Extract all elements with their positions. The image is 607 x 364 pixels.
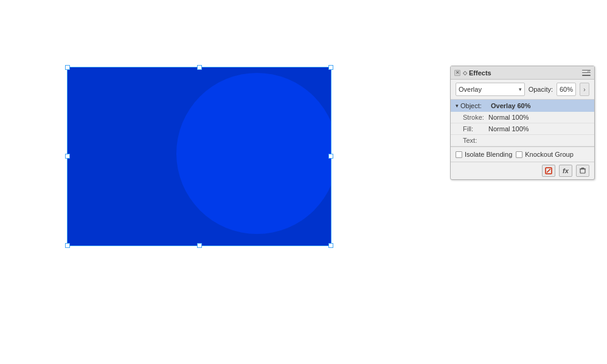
stroke-label: Stroke: [463, 114, 488, 121]
effects-icon: ◇ [463, 70, 467, 76]
text-label: Text: [463, 137, 488, 144]
fill-value: Normal 100% [488, 125, 529, 132]
fx-label: fx [563, 167, 569, 174]
checkboxes-row: Isolate Blending Knockout Group [451, 147, 594, 162]
fill-label: Fill: [463, 125, 488, 132]
panel-titlebar-left: ✕ ◇ Effects [454, 69, 491, 77]
panel-titlebar: ✕ ◇ Effects [451, 66, 594, 80]
knockout-group-checkbox-item[interactable]: Knockout Group [516, 151, 574, 158]
isolate-blending-checkbox[interactable] [456, 151, 462, 158]
isolate-blending-label: Isolate Blending [465, 151, 512, 158]
canvas-content [36, 55, 341, 310]
opacity-arrow-button[interactable]: › [580, 83, 589, 96]
object-label: Object: [460, 102, 491, 109]
trash-icon [579, 167, 586, 174]
isolate-blending-checkbox-item[interactable]: Isolate Blending [456, 151, 512, 158]
edit-effect-button[interactable] [542, 165, 555, 177]
blend-mode-arrow-icon: ▾ [519, 86, 522, 92]
opacity-value[interactable]: 60% [557, 83, 576, 96]
blend-opacity-row: Overlay ▾ Opacity: 60% › [451, 80, 594, 100]
blend-mode-select[interactable]: Overlay ▾ [456, 83, 525, 96]
object-row[interactable]: ▾ Object: Overlay 60% [451, 100, 594, 112]
circle-overlay[interactable] [176, 73, 338, 234]
edit-icon [545, 167, 552, 174]
knockout-group-label: Knockout Group [525, 151, 574, 158]
stroke-row: Stroke: Normal 100% [451, 112, 594, 123]
knockout-group-checkbox[interactable] [516, 151, 522, 158]
panel-collapse-icon[interactable]: « [587, 68, 591, 75]
blend-mode-value: Overlay [459, 86, 482, 93]
action-row: fx [451, 162, 594, 179]
svg-rect-2 [580, 169, 585, 173]
canvas-area [0, 0, 377, 364]
object-value: Overlay 60% [491, 102, 530, 109]
effects-panel: ✕ ◇ Effects « Overlay ▾ Opacity: 60% › ▾… [450, 66, 595, 180]
opacity-label: Opacity: [529, 86, 553, 93]
svg-line-1 [547, 169, 550, 173]
panel-title: ◇ Effects [463, 69, 491, 77]
text-row: Text: [451, 135, 594, 146]
stroke-value: Normal 100% [488, 114, 529, 121]
object-chevron-icon: ▾ [456, 103, 459, 109]
fx-button[interactable]: fx [559, 165, 572, 177]
panel-close-button[interactable]: ✕ [454, 70, 460, 76]
panel-title-text: Effects [469, 69, 491, 77]
delete-effect-button[interactable] [576, 165, 589, 177]
fill-row: Fill: Normal 100% [451, 123, 594, 135]
